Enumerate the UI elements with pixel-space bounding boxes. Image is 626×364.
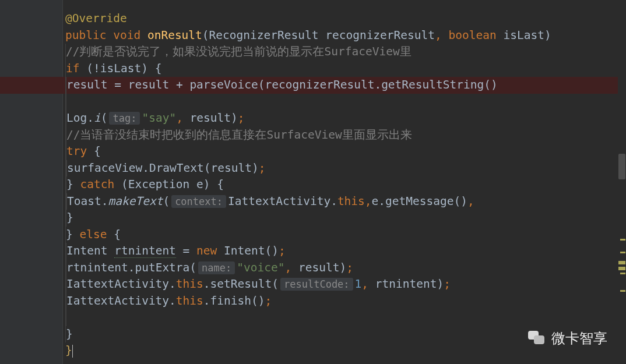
code-line: rtnintent.putExtra(name:"voice", result)… [65,260,618,277]
call-finish: finish [210,294,251,308]
code-editor[interactable]: @Override public void onResult(Recognize… [63,0,618,364]
class-log: Log [66,111,87,125]
method-maketext: makeText [108,195,163,208]
minimap-mark [620,290,625,292]
editor-gutter [0,0,63,364]
annotation: @Override [65,12,127,25]
type-intent: Intent [66,244,107,257]
comment: //当语音没结束时把收到的信息直接在SurfaceView里面显示出来 [66,128,412,142]
code-line: surfaceView.DrawText(result); [65,160,618,177]
param-hint-context: context: [171,195,226,208]
keyword-try: try [66,144,87,158]
class-iattextactivity: IattextActivity [228,195,330,208]
method-onresult: onResult [147,29,202,42]
var-surfaceview: surfaceView [67,161,142,175]
var-rtnintent: rtnintent [114,244,176,258]
minimap-mark [620,273,625,274]
keyword-void: void [113,29,140,42]
param-islast: isLast [503,29,544,42]
code-line: } [65,210,618,227]
code-line: } catch (Exception e) { [65,176,618,193]
watermark: 微卡智享 [528,330,607,347]
minimap-scrollbar[interactable] [618,0,626,364]
code-line: result = result + parseVoice(recognizerR… [65,77,618,94]
keyword-this: this [337,195,365,208]
var-islast: isLast [100,62,141,75]
keyword-else: else [79,228,107,241]
minimap-mark [618,267,625,270]
code-line: IattextActivity.this.finish(); [65,293,618,310]
code-line: //判断是否说完了，如果没说完把当前说的显示在SurfaceView里 [65,44,618,61]
scrollbar-thumb[interactable] [618,154,625,179]
type-recognizerresult: RecognizerResult [209,29,319,42]
type-exception: Exception [128,178,190,191]
param-recognizerresult: recognizerResult [325,29,435,42]
call-getresultstring: getResultString [381,78,484,91]
class-toast: Toast [67,195,101,208]
param-hint-resultcode: resultCode: [280,278,353,291]
keyword-if: if [66,62,79,75]
call-parsevoice: parseVoice [189,78,258,91]
code-line [65,94,618,111]
var-result: result [66,78,107,91]
call-getmessage: getMessage [385,195,453,208]
call-setresult: setResult [210,277,272,291]
string-voice: "voice" [237,261,284,274]
keyword-public: public [65,29,106,42]
code-line: if (!isLast) { [65,61,618,77]
minimap-mark [620,239,625,241]
call-drawtext: DrawText [149,161,204,175]
text-caret [72,345,73,358]
comment: //判断是否说完了，如果没说完把当前说的显示在SurfaceView里 [66,45,412,58]
param-hint-name: name: [198,261,235,274]
string-say: "say" [142,111,176,125]
param-hint-tag: tag: [109,112,140,125]
minimap-mark [618,261,625,264]
code-line: @Override [65,10,618,27]
call-putextra: putExtra [135,261,189,274]
keyword-catch: catch [80,178,114,191]
code-line: public void onResult(RecognizerResult re… [65,27,618,44]
code-line: Intent rtnintent = new Intent(); [65,243,618,260]
keyword-new: new [196,244,217,257]
code-line [65,309,618,326]
code-line: //当语音没结束时把收到的信息直接在SurfaceView里面显示出来 [65,127,618,144]
minimap-mark [620,252,625,253]
wechat-icon [528,331,546,345]
code-line: try { [65,143,618,160]
param-e: e [196,178,203,191]
number-1: 1 [355,277,362,291]
code-line: Log.i(tag:"say", result); [65,110,618,127]
close-brace: } [65,344,72,357]
code-line: IattextActivity.this.setResult(resultCod… [65,276,618,293]
code-line: Toast.makeText(context:IattextActivity.t… [65,193,618,210]
method-log-i: i [94,111,101,125]
code-line: } else { [65,227,618,243]
watermark-text: 微卡智享 [551,330,607,347]
keyword-boolean: boolean [449,29,497,42]
